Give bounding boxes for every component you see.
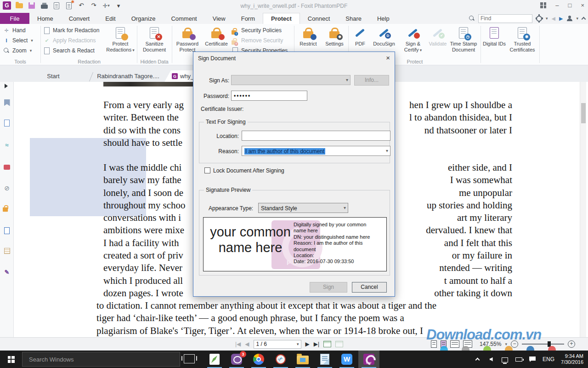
security-policies-button[interactable]: iSecurity Policies <box>232 26 282 35</box>
taskbar-app-wps[interactable]: W <box>336 351 357 368</box>
expand-panel-icon[interactable] <box>5 84 8 88</box>
tab-file[interactable]: File <box>0 13 29 24</box>
tab-home[interactable]: Home <box>29 13 61 24</box>
sign-as-combobox[interactable]: ▾ <box>231 75 351 85</box>
taskbar-clock[interactable]: 9:34 AM 7/30/2016 <box>561 353 583 365</box>
trusted-certificates-button[interactable]: ✱ Trusted Certificates <box>507 25 537 53</box>
restrict-button[interactable]: Restrict <box>296 25 321 47</box>
tab-organize[interactable]: Organize <box>124 13 164 24</box>
signature-panel-icon[interactable]: ≈ <box>3 141 11 149</box>
tab-comment[interactable]: Comment <box>163 13 204 24</box>
password-input[interactable]: •••••• <box>231 91 307 101</box>
volume-icon[interactable] <box>487 356 495 363</box>
scrollbar-thumb[interactable] <box>581 103 586 123</box>
zoom-slider[interactable] <box>522 344 564 345</box>
tab-protect[interactable]: Protect <box>263 13 300 24</box>
zoom-button[interactable]: Zoom <box>3 46 32 55</box>
tab-edit[interactable]: Edit <box>97 13 123 24</box>
digital-ids-button[interactable]: Digital IDs <box>482 25 506 47</box>
show-hidden-icons-chevron[interactable] <box>474 356 481 363</box>
taskbar-app-chrome[interactable] <box>248 351 269 368</box>
page-thumbnails-panel-icon[interactable] <box>3 119 11 127</box>
lock-document-checkbox[interactable] <box>204 167 210 173</box>
facing-view-icon[interactable] <box>450 340 459 348</box>
tab-help[interactable]: Help <box>369 13 397 24</box>
location-input[interactable] <box>242 131 390 141</box>
gear-icon[interactable] <box>536 16 542 22</box>
bookmarks-panel-icon[interactable] <box>3 98 11 107</box>
doc-tab-tagore[interactable]: Rabindranath Tagore.... <box>92 70 164 82</box>
appearance-type-combobox[interactable]: Standard Style ▾ <box>258 203 348 213</box>
previous-page-icon[interactable]: ◀ <box>245 341 249 347</box>
zoom-level-value[interactable]: 147.55% <box>480 341 501 347</box>
last-page-icon[interactable]: ▶| <box>314 341 319 347</box>
next-page-icon[interactable]: ▶ <box>305 341 310 347</box>
continuous-view-icon[interactable] <box>441 340 447 348</box>
minimize-icon[interactable]: – <box>555 2 559 9</box>
taskbar-app-snipping-tool[interactable] <box>270 351 291 368</box>
dialog-title-bar[interactable]: Sign Document × <box>193 52 395 64</box>
cancel-button[interactable]: Cancel <box>352 282 387 293</box>
taskbar-app-viber[interactable]: 3 <box>226 351 247 368</box>
hand-button[interactable]: ✛Hand <box>3 26 26 35</box>
pdf-sign-button[interactable]: PDF <box>350 25 370 47</box>
zoom-in-icon[interactable]: + <box>568 340 575 348</box>
find-input[interactable] <box>478 14 532 23</box>
tab-connect[interactable]: Connect <box>300 13 338 24</box>
settings-button[interactable]: ✱ Settings <box>322 25 347 47</box>
page-number-box[interactable]: 1 / 6▾ <box>254 340 301 349</box>
security-panel-icon[interactable] <box>3 205 11 213</box>
battery-icon[interactable] <box>515 356 522 363</box>
chevron-down-icon[interactable]: ▾ <box>546 16 548 21</box>
doc-tab-start[interactable]: Start <box>17 70 90 82</box>
user-account-icon[interactable] <box>566 16 572 22</box>
password-protect-button[interactable]: Password Protect <box>173 25 202 53</box>
comments-panel-icon[interactable] <box>3 163 11 171</box>
taskbar-app-quill[interactable] <box>204 351 225 368</box>
vertical-scrollbar[interactable] <box>580 82 586 337</box>
layout-grid-icon[interactable] <box>540 2 546 8</box>
reason-combobox[interactable]: I am the author of this document ▾ <box>242 146 390 156</box>
protect-redactions-button[interactable]: Protect Redactions <box>106 25 135 53</box>
chevron-down-icon[interactable]: ▾ <box>576 16 578 21</box>
task-view-icon[interactable] <box>184 354 195 363</box>
first-page-icon[interactable]: |◀ <box>235 341 241 347</box>
network-icon[interactable] <box>501 356 509 363</box>
docusign-button[interactable]: D DocuSign <box>371 25 397 47</box>
chevron-down-icon[interactable]: ▾ <box>505 342 507 346</box>
zoom-out-icon[interactable]: − <box>511 340 518 348</box>
search-icon[interactable] <box>469 16 475 21</box>
tab-share[interactable]: Share <box>338 13 369 24</box>
language-indicator[interactable]: ENG <box>543 356 554 362</box>
fields-panel-icon[interactable] <box>3 247 11 255</box>
continuous-facing-view-icon[interactable] <box>463 340 472 348</box>
maximize-icon[interactable]: □ <box>568 2 572 9</box>
insert-pages-icon[interactable] <box>323 341 331 347</box>
tab-convert[interactable]: Convert <box>61 13 98 24</box>
time-stamp-document-button[interactable]: ◷ Time Stamp Document <box>447 25 480 53</box>
taskbar-app-foxit[interactable]: PDF <box>358 351 379 368</box>
back-arrow-icon[interactable]: ◀ <box>552 16 555 22</box>
select-button[interactable]: ISelect <box>3 36 33 45</box>
sign-and-certify-button[interactable]: Sign & Certify <box>399 25 427 53</box>
tab-view[interactable]: View <box>205 13 233 24</box>
close-icon[interactable]: × <box>581 2 584 9</box>
certificates-panel-icon[interactable] <box>3 226 11 235</box>
single-page-view-icon[interactable] <box>431 340 437 348</box>
mark-for-redaction-button[interactable]: Mark for Redaction <box>43 26 99 35</box>
collapse-ribbon-icon[interactable] <box>582 17 586 22</box>
close-icon[interactable]: × <box>386 54 390 62</box>
action-center-icon[interactable] <box>529 356 536 363</box>
attachments-panel-icon[interactable]: ⊘ <box>3 184 11 192</box>
forward-arrow-icon[interactable]: ▶ <box>559 16 563 22</box>
taskbar-app-notepad[interactable] <box>314 351 335 368</box>
search-and-redact-button[interactable]: Search & Redact <box>43 46 95 55</box>
digital-signature-panel-icon[interactable]: ✎ <box>3 268 11 276</box>
taskbar-app-file-explorer[interactable] <box>292 351 313 368</box>
tab-form[interactable]: Form <box>233 13 263 24</box>
start-button[interactable] <box>0 351 22 368</box>
sanitize-document-button[interactable]: ✕ Sanitize Document <box>140 25 169 53</box>
taskbar-search-box[interactable]: Search Windows <box>22 352 180 367</box>
certificate-protect-button[interactable]: Certificate <box>203 25 230 47</box>
zoom-slider-thumb[interactable] <box>548 341 551 347</box>
